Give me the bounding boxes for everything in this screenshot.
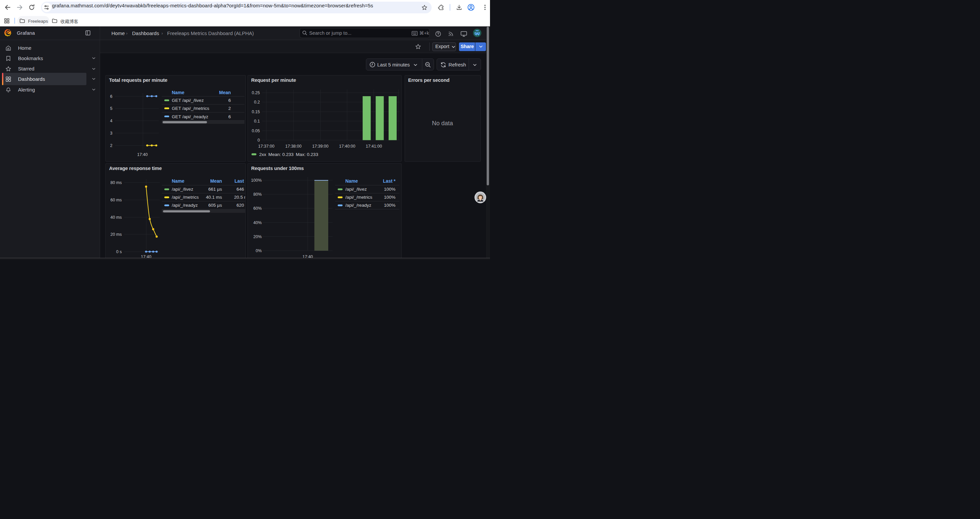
svg-text:605 µs: 605 µs bbox=[208, 203, 222, 208]
svg-text:17:40:00: 17:40:00 bbox=[339, 144, 356, 149]
svg-text:/api/_/livez: /api/_/livez bbox=[172, 187, 193, 192]
svg-text:Mean: Mean bbox=[219, 90, 231, 95]
svg-text:0%: 0% bbox=[256, 249, 262, 253]
svg-text:2: 2 bbox=[228, 106, 231, 111]
svg-text:0.25: 0.25 bbox=[252, 91, 260, 95]
svg-text:620 µs: 620 µs bbox=[237, 203, 245, 208]
svg-text:661 µs: 661 µs bbox=[208, 187, 222, 192]
svg-text:17:39:00: 17:39:00 bbox=[312, 144, 329, 149]
svg-text:Mean: 0.233: Mean: 0.233 bbox=[269, 152, 294, 157]
svg-text:20%: 20% bbox=[253, 235, 262, 239]
svg-text:646 µs: 646 µs bbox=[237, 187, 245, 192]
svg-text:60 ms: 60 ms bbox=[110, 198, 122, 203]
svg-text:Name: Name bbox=[172, 90, 185, 95]
svg-text:/api/_/livez: /api/_/livez bbox=[345, 187, 367, 192]
svg-text:/api/_/metrics: /api/_/metrics bbox=[172, 195, 199, 200]
svg-text:5: 5 bbox=[110, 106, 112, 111]
svg-text:GET /api/_/livez: GET /api/_/livez bbox=[172, 98, 204, 103]
svg-text:0: 0 bbox=[258, 138, 260, 143]
svg-text:40.1 ms: 40.1 ms bbox=[206, 195, 222, 200]
svg-text:60%: 60% bbox=[253, 206, 262, 211]
svg-text:40%: 40% bbox=[253, 220, 262, 225]
svg-text:3: 3 bbox=[110, 131, 112, 136]
svg-text:0 s: 0 s bbox=[116, 249, 122, 254]
svg-text:Mean: Mean bbox=[210, 179, 222, 184]
svg-text:Last *: Last * bbox=[234, 179, 245, 184]
svg-text:100%: 100% bbox=[384, 203, 396, 208]
svg-text:GET /api/_/readyz: GET /api/_/readyz bbox=[172, 114, 208, 119]
svg-text:17:38:00: 17:38:00 bbox=[285, 144, 302, 149]
svg-text:6: 6 bbox=[110, 94, 112, 99]
svg-text:Max: 0.233: Max: 0.233 bbox=[296, 152, 318, 157]
svg-text:6: 6 bbox=[228, 98, 231, 103]
svg-text:20 ms: 20 ms bbox=[110, 232, 122, 237]
svg-text:2xx: 2xx bbox=[259, 152, 266, 157]
svg-text:/api/_/readyz: /api/_/readyz bbox=[345, 203, 371, 208]
svg-text:100%: 100% bbox=[384, 187, 396, 192]
svg-text:80%: 80% bbox=[253, 192, 262, 197]
svg-text:0.2: 0.2 bbox=[254, 100, 260, 105]
svg-text:/api/_/readyz: /api/_/readyz bbox=[172, 203, 198, 208]
svg-text:17:41:00: 17:41:00 bbox=[366, 144, 382, 149]
svg-text:Last *: Last * bbox=[383, 179, 396, 184]
svg-text:40 ms: 40 ms bbox=[110, 215, 122, 219]
svg-text:Name: Name bbox=[345, 179, 358, 184]
svg-text:20.5 ms: 20.5 ms bbox=[234, 195, 245, 200]
svg-text:80 ms: 80 ms bbox=[110, 180, 122, 185]
svg-text:6: 6 bbox=[228, 114, 231, 119]
svg-text:0.15: 0.15 bbox=[252, 110, 260, 114]
svg-text:4: 4 bbox=[110, 118, 112, 123]
svg-text:17:40: 17:40 bbox=[137, 152, 148, 157]
svg-text:0.05: 0.05 bbox=[252, 129, 260, 133]
svg-text:Name: Name bbox=[172, 179, 185, 184]
svg-text:GET /api/_/metrics: GET /api/_/metrics bbox=[172, 106, 210, 111]
svg-text:2: 2 bbox=[110, 143, 112, 148]
svg-text:17:37:00: 17:37:00 bbox=[258, 144, 275, 149]
svg-text:100%: 100% bbox=[251, 178, 262, 182]
svg-text:/api/_/metrics: /api/_/metrics bbox=[345, 195, 372, 200]
svg-text:0.1: 0.1 bbox=[254, 119, 260, 124]
svg-text:100%: 100% bbox=[384, 195, 396, 200]
